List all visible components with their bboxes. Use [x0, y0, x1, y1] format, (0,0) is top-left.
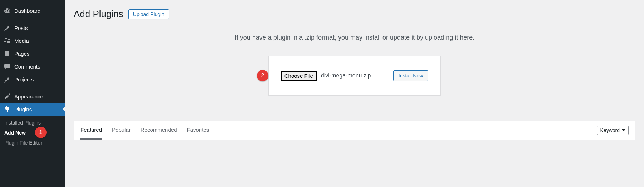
sidebar-item-projects[interactable]: Projects [0, 73, 65, 86]
search-type-dropdown[interactable]: Keyword [597, 126, 629, 135]
sidebar-item-pages[interactable]: Pages [0, 47, 65, 60]
sidebar-label: Plugins [14, 106, 32, 112]
plugin-filter-bar: Featured Popular Recommended Favorites K… [74, 121, 635, 140]
main-content: Add Plugins Upload Plugin If you have a … [65, 0, 644, 187]
page-title: Add Plugins [74, 9, 123, 20]
submenu-label: Installed Plugins [4, 120, 41, 126]
submenu-label: Plugin File Editor [4, 140, 42, 146]
plugins-icon [4, 106, 11, 113]
sidebar-item-posts[interactable]: Posts [0, 21, 65, 34]
sidebar-label: Projects [14, 76, 34, 82]
submenu-installed-plugins[interactable]: Installed Plugins [0, 118, 65, 128]
upload-plugin-button[interactable]: Upload Plugin [128, 9, 169, 19]
sidebar-item-appearance[interactable]: Appearance [0, 90, 65, 103]
sidebar-item-dashboard[interactable]: Dashboard [0, 4, 65, 17]
submenu-plugin-file-editor[interactable]: Plugin File Editor [0, 138, 65, 148]
tab-recommended[interactable]: Recommended [141, 121, 177, 140]
sidebar-item-media[interactable]: Media [0, 34, 65, 47]
chevron-down-icon [622, 129, 625, 131]
plugin-tabs: Featured Popular Recommended Favorites [80, 121, 209, 140]
install-now-button[interactable]: Install Now [393, 70, 428, 81]
page-header: Add Plugins Upload Plugin [74, 4, 635, 20]
annotation-marker-1: 1 [35, 127, 47, 138]
plugins-submenu: Installed Plugins Add New 1 Plugin File … [0, 116, 65, 150]
comments-icon [4, 63, 11, 70]
submenu-label: Add New [4, 130, 26, 136]
upload-area: If you have a plugin in a .zip format, y… [74, 34, 635, 96]
pin-icon [4, 24, 11, 31]
sidebar-label: Pages [14, 51, 30, 57]
appearance-icon [4, 93, 11, 100]
sidebar-label: Posts [14, 25, 28, 31]
media-icon [4, 37, 11, 44]
submenu-add-new[interactable]: Add New 1 [0, 128, 65, 138]
sidebar-label: Appearance [14, 94, 43, 100]
upload-instructions: If you have a plugin in a .zip format, y… [74, 34, 635, 41]
tab-featured[interactable]: Featured [80, 121, 102, 140]
pages-icon [4, 50, 11, 57]
dropdown-value: Keyword [600, 127, 620, 133]
sidebar-item-comments[interactable]: Comments [0, 60, 65, 73]
tab-popular[interactable]: Popular [112, 121, 131, 140]
pin-icon [4, 76, 11, 83]
sidebar-item-plugins[interactable]: Plugins [0, 103, 65, 116]
sidebar-label: Dashboard [14, 8, 40, 14]
sidebar-label: Media [14, 38, 29, 44]
admin-sidebar: Dashboard Posts Media Pages Comments Pro… [0, 0, 65, 187]
dashboard-icon [4, 7, 11, 14]
selected-file-name: divi-mega-menu.zip [321, 72, 378, 79]
upload-box: 2 Choose File divi-mega-menu.zip Install… [268, 56, 441, 96]
annotation-marker-2: 2 [257, 70, 268, 81]
sidebar-label: Comments [14, 64, 40, 70]
tab-favorites[interactable]: Favorites [187, 121, 209, 140]
choose-file-button[interactable]: Choose File [281, 71, 317, 81]
